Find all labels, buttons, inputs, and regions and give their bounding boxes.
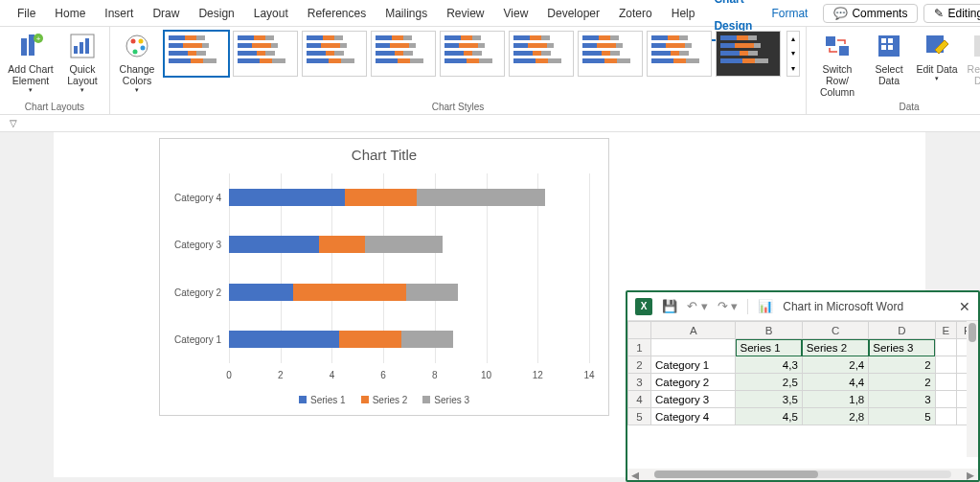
cell[interactable]: 5: [869, 408, 935, 425]
bar-segment[interactable]: [417, 189, 545, 206]
cell[interactable]: Category 2: [651, 374, 736, 391]
menu-tab-insert[interactable]: Insert: [95, 0, 143, 27]
chart-style-2[interactable]: [233, 31, 298, 77]
bar-segment[interactable]: [293, 284, 406, 301]
chart-title[interactable]: Chart Title: [160, 139, 608, 167]
menu-tab-review[interactable]: Review: [437, 0, 493, 27]
chart-icon: 📊: [758, 299, 773, 313]
cell[interactable]: [935, 356, 957, 374]
undo-button[interactable]: ↶ ▾: [687, 299, 708, 313]
cell[interactable]: 4,4: [802, 374, 868, 391]
cell[interactable]: 3,5: [736, 391, 802, 408]
col-header[interactable]: B: [736, 322, 802, 339]
row-header[interactable]: 5: [628, 408, 651, 425]
menu-tab-references[interactable]: References: [298, 0, 376, 27]
chart-style-7[interactable]: [578, 31, 643, 77]
menu-tab-file[interactable]: File: [8, 0, 45, 27]
legend-item[interactable]: Series 1: [299, 395, 346, 405]
chart-styles-more-button[interactable]: ▴▾▾: [786, 31, 800, 77]
scrollbar-horizontal[interactable]: ◂▸: [627, 469, 978, 480]
chart-style-9[interactable]: [716, 31, 781, 77]
cell[interactable]: 2: [869, 356, 935, 374]
chart-style-3[interactable]: [302, 31, 367, 77]
cell[interactable]: 4,3: [736, 356, 802, 374]
chart-style-8[interactable]: [647, 31, 712, 77]
cell[interactable]: [651, 339, 736, 356]
chart-legend[interactable]: Series 1Series 2Series 3: [160, 395, 608, 405]
menu-tab-view[interactable]: View: [494, 0, 538, 27]
save-icon[interactable]: 💾: [662, 299, 677, 313]
chart-style-1[interactable]: [164, 31, 229, 77]
plot-area[interactable]: 02468101214Category 1Category 2Category …: [229, 173, 589, 363]
menu-tab-developer[interactable]: Developer: [537, 0, 609, 27]
chart-style-4[interactable]: [371, 31, 436, 77]
edit-data-button[interactable]: Edit Data▾: [916, 31, 958, 82]
menu-tab-draw[interactable]: Draw: [143, 0, 189, 27]
cell[interactable]: Series 1: [736, 339, 802, 356]
cell[interactable]: Category 4: [651, 408, 736, 425]
row-header[interactable]: 3: [628, 374, 651, 391]
editing-button[interactable]: ✎Editing▾: [923, 4, 980, 23]
bar-segment[interactable]: [319, 236, 365, 253]
add-chart-element-button[interactable]: + Add Chart Element▾: [6, 31, 56, 94]
spreadsheet[interactable]: ABCDEF1Series 1Series 2Series 32Category…: [627, 321, 978, 469]
menu-tab-zotero[interactable]: Zotero: [609, 0, 662, 27]
col-header[interactable]: C: [802, 322, 868, 339]
quick-layout-button[interactable]: Quick Layout▾: [61, 31, 103, 94]
redo-button[interactable]: ↷ ▾: [718, 299, 739, 313]
col-header[interactable]: E: [935, 322, 957, 339]
cell[interactable]: Category 1: [651, 356, 736, 374]
cell[interactable]: Series 2: [802, 339, 868, 356]
excel-mini-window[interactable]: X 💾 ↶ ▾ ↷ ▾ 📊 Chart in Microsoft Word ✕ …: [626, 290, 980, 482]
bar-segment[interactable]: [401, 331, 453, 348]
menu-tab-mailings[interactable]: Mailings: [376, 0, 437, 27]
row-header[interactable]: 1: [628, 339, 651, 356]
cell[interactable]: [935, 408, 957, 425]
menu-tab-help[interactable]: Help: [662, 0, 705, 27]
chart-object[interactable]: Chart Title 02468101214Category 1Categor…: [159, 138, 609, 416]
cell[interactable]: [935, 374, 957, 391]
bar-segment[interactable]: [229, 236, 319, 253]
cell[interactable]: Category 3: [651, 391, 736, 408]
switch-row-column-button[interactable]: Switch Row/ Column: [812, 31, 862, 98]
svg-rect-13: [826, 36, 835, 46]
bar-segment[interactable]: [345, 189, 417, 206]
document-area: Chart Title 02468101214Category 1Categor…: [0, 132, 980, 482]
cell[interactable]: 1,8: [802, 391, 868, 408]
scrollbar-vertical[interactable]: [967, 321, 978, 457]
col-header[interactable]: A: [651, 322, 736, 339]
change-colors-button[interactable]: Change Colors▾: [116, 31, 158, 94]
cell[interactable]: 2,4: [802, 356, 868, 374]
ribbon-collapse-button[interactable]: ▽: [0, 115, 980, 132]
cell[interactable]: 2: [869, 374, 935, 391]
cell[interactable]: 2,8: [802, 408, 868, 425]
cell[interactable]: 2,5: [736, 374, 802, 391]
menu-tab-home[interactable]: Home: [45, 0, 95, 27]
legend-item[interactable]: Series 2: [361, 395, 408, 405]
menu-tab-design[interactable]: Design: [189, 0, 243, 27]
cell[interactable]: [935, 391, 957, 408]
menu-tab-layout[interactable]: Layout: [244, 0, 298, 27]
svg-rect-21: [974, 35, 980, 57]
chart-style-5[interactable]: [440, 31, 505, 77]
cell[interactable]: Series 3: [869, 339, 935, 356]
row-header[interactable]: 4: [628, 391, 651, 408]
row-header[interactable]: 2: [628, 356, 651, 374]
col-header[interactable]: D: [869, 322, 935, 339]
bar-segment[interactable]: [229, 331, 339, 348]
bar-segment[interactable]: [365, 236, 443, 253]
menu-tab-format[interactable]: Format: [762, 0, 817, 27]
refresh-icon: [969, 31, 980, 61]
cell[interactable]: 3: [869, 391, 935, 408]
legend-item[interactable]: Series 3: [422, 395, 469, 405]
cell[interactable]: [935, 339, 957, 356]
bar-segment[interactable]: [406, 284, 458, 301]
select-data-button[interactable]: Select Data: [868, 31, 910, 86]
bar-segment[interactable]: [229, 189, 345, 206]
close-icon[interactable]: ✕: [959, 299, 970, 314]
bar-segment[interactable]: [339, 331, 400, 348]
cell[interactable]: 4,5: [736, 408, 802, 425]
bar-segment[interactable]: [229, 284, 293, 301]
comments-button[interactable]: 💬Comments: [823, 4, 918, 23]
chart-style-6[interactable]: [509, 31, 574, 77]
